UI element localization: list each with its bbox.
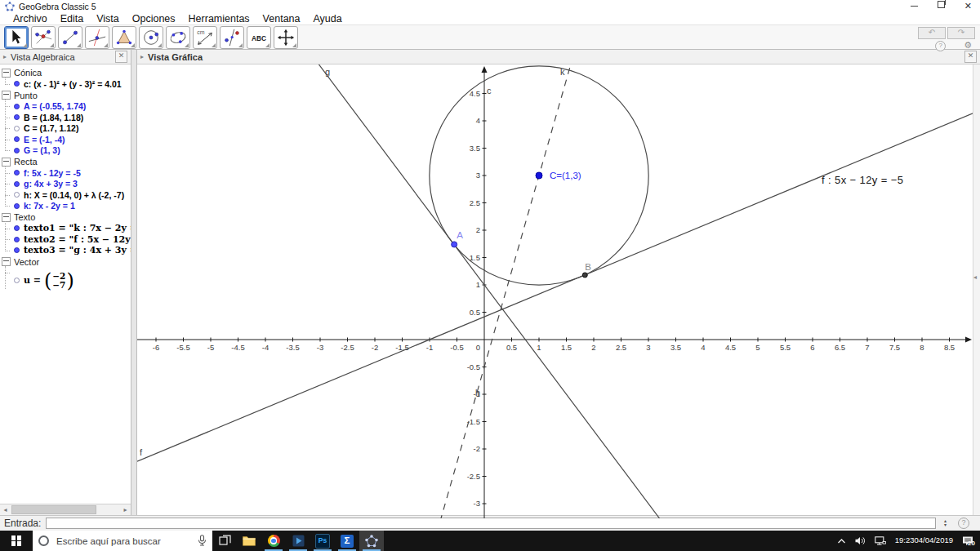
tool-circle[interactable] (139, 26, 163, 49)
tool-measure[interactable]: cm (193, 26, 217, 49)
visibility-bullet[interactable] (14, 126, 20, 131)
menu-ventana[interactable]: Ventana (256, 13, 307, 24)
menu-herramientas[interactable]: Herramientas (182, 13, 256, 24)
redo-button[interactable]: ↷ (947, 27, 975, 39)
menu-edita[interactable]: Edita (54, 13, 91, 24)
algebra-item[interactable]: f: 5x - 12y = -5 (0, 167, 131, 179)
visibility-bullet[interactable] (14, 81, 20, 87)
visibility-bullet[interactable] (14, 148, 20, 153)
help-icon[interactable]: ? (935, 41, 946, 51)
graphics-panel-arrow-icon[interactable]: ▸ (140, 53, 144, 60)
visibility-bullet[interactable] (14, 114, 20, 120)
algebra-item[interactable]: g: 4x + 3y = 3 (0, 179, 131, 190)
graphics-canvas[interactable]: -6-5.5-5-4.5-4-3.5-3-2.5-2-1.5-1-0.50.51… (137, 64, 974, 518)
tool-polygon[interactable] (112, 26, 136, 49)
volume-icon[interactable] (855, 536, 866, 545)
taskbar-app-file-explorer[interactable] (237, 531, 261, 551)
taskbar-search-box[interactable]: Escribe aquí para buscar (33, 531, 212, 551)
taskbar-app-task-view[interactable] (212, 531, 237, 551)
start-button[interactable] (0, 531, 33, 551)
algebra-section-texto[interactable]: Texto (0, 211, 131, 223)
tool-move[interactable] (4, 26, 29, 49)
gear-icon[interactable]: ⚙ (964, 41, 972, 51)
point-A[interactable] (452, 242, 457, 247)
algebra-item[interactable]: h: X = (0.14, 0) + λ (-2, -7) (0, 189, 131, 201)
menu-archivo[interactable]: Archivo (7, 13, 54, 24)
algebra-item[interactable]: B = (1.84, 1.18) (0, 112, 131, 123)
tool-text[interactable]: ABC (247, 26, 271, 49)
algebra-item[interactable]: E = (-1, -4) (0, 134, 131, 145)
taskbar-app-chrome[interactable] (261, 531, 286, 551)
menu-ayuda[interactable]: Ayuda (307, 13, 349, 24)
algebra-item[interactable]: k: 7x - 2y = 1 (0, 201, 131, 212)
point-C[interactable] (536, 172, 542, 179)
graphics-canvas-area[interactable]: -6-5.5-5-4.5-4-3.5-3-2.5-2-1.5-1-0.50.51… (137, 64, 980, 515)
collapse-icon[interactable] (2, 69, 11, 78)
algebra-item[interactable]: C = (1.7, 1.12) (0, 123, 131, 135)
tool-conic[interactable] (166, 26, 190, 49)
menu-vista[interactable]: Vista (90, 13, 126, 24)
collapse-handle-icon[interactable]: ◂ (973, 273, 977, 281)
visibility-bullet[interactable] (14, 225, 20, 231)
visibility-bullet[interactable] (14, 203, 20, 209)
input-history-stepper[interactable]: ▴▾ (944, 519, 947, 527)
taskbar-app-sigma[interactable]: Σ (335, 531, 359, 551)
algebra-panel-close-icon[interactable]: ✕ (115, 51, 127, 63)
collapse-icon[interactable] (2, 257, 11, 266)
tool-perpendicular[interactable] (85, 26, 109, 49)
algebra-item[interactable]: texto1 = "k : 7x − 2y = 1 (0, 223, 131, 234)
graphics-panel-close-icon[interactable]: ✕ (964, 51, 977, 63)
panel-splitter[interactable] (131, 50, 137, 515)
collapse-icon[interactable] (2, 158, 11, 167)
input-help-icon[interactable]: ? (958, 518, 969, 529)
algebra-section-vector[interactable]: Vector (0, 256, 131, 268)
algebra-horizontal-scrollbar[interactable]: ◂ ▸ (0, 504, 131, 515)
algebra-item[interactable]: texto2 = "f : 5x − 12y = −5 (0, 234, 131, 246)
tool-reflect[interactable] (220, 26, 244, 49)
collapse-icon[interactable] (2, 213, 11, 222)
network-icon[interactable] (875, 536, 886, 545)
microphone-icon[interactable] (198, 535, 207, 548)
visibility-bullet[interactable] (14, 247, 20, 253)
tool-line[interactable] (58, 26, 82, 49)
algebra-input-field[interactable] (46, 518, 936, 529)
algebra-item[interactable]: A = (-0.55, 1.74) (0, 101, 131, 113)
point-B[interactable] (582, 273, 587, 278)
tool-move-view[interactable] (274, 26, 298, 49)
algebra-item[interactable]: c: (x - 1)² + (y - 3)² = 4.01 (0, 78, 131, 90)
algebra-section-recta[interactable]: Recta (0, 156, 131, 167)
visibility-bullet[interactable] (14, 237, 20, 242)
visibility-bullet[interactable] (14, 136, 20, 142)
visibility-bullet[interactable] (14, 278, 20, 283)
algebra-item[interactable]: G = (1, 3) (0, 145, 131, 157)
algebra-section-cónica[interactable]: Cónica (0, 67, 131, 78)
visibility-bullet[interactable] (14, 104, 20, 109)
close-button[interactable]: ✕ (964, 1, 972, 11)
taskbar-clock[interactable]: 19:23 04/04/2019 (895, 536, 953, 545)
menu-opciones[interactable]: Opciones (126, 13, 182, 24)
taskbar-app-movies-tv[interactable] (286, 531, 310, 551)
line-g[interactable] (137, 64, 974, 518)
taskbar-app-photoshop[interactable]: Ps (310, 531, 335, 551)
notification-count-badge: 20 (968, 540, 975, 547)
collapse-icon[interactable] (2, 91, 11, 100)
line-f[interactable] (137, 113, 974, 461)
visibility-bullet[interactable] (14, 192, 20, 198)
tray-chevron-icon[interactable] (837, 538, 846, 544)
algebra-section-punto[interactable]: Punto (0, 90, 131, 101)
undo-button[interactable]: ↶ (918, 27, 946, 39)
minimize-button[interactable] (911, 1, 918, 11)
algebra-panel-arrow-icon[interactable]: ▸ (3, 53, 7, 60)
visibility-bullet[interactable] (14, 170, 20, 176)
taskbar-app-geogebra[interactable] (359, 531, 384, 551)
scroll-right-icon[interactable]: ▸ (120, 505, 131, 515)
algebra-item[interactable]: texto3 = "g : 4x + 3y = 3 (0, 245, 131, 256)
visibility-bullet[interactable] (14, 181, 20, 187)
scrollbar-thumb[interactable] (11, 505, 96, 514)
line-k[interactable] (137, 64, 974, 518)
tool-point[interactable] (31, 26, 56, 49)
action-center-icon[interactable]: 20 (962, 535, 973, 546)
scroll-left-icon[interactable]: ◂ (0, 505, 11, 515)
algebra-item[interactable]: u = (−2−7) (0, 268, 131, 294)
restore-button[interactable] (938, 1, 945, 11)
